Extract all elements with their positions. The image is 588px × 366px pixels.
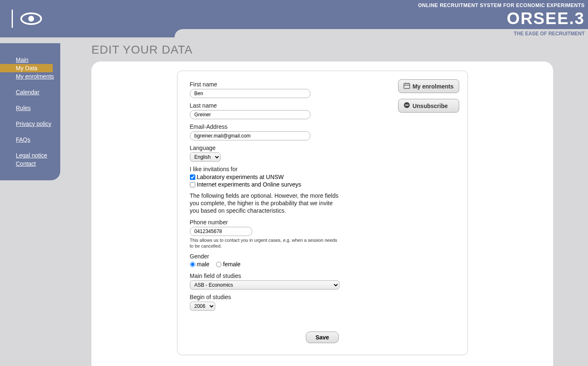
sidebar-item-calendar[interactable]: Calendar	[0, 88, 60, 96]
topbar: ONLINE RECRUITMENT SYSTEM FOR ECONOMIC E…	[0, 0, 588, 37]
sidebar-item-label[interactable]: Rules	[16, 105, 31, 111]
sidebar-item-privacy-policy[interactable]: Privacy policy	[0, 120, 60, 128]
sidebar-item-label[interactable]: Calendar	[16, 89, 39, 96]
eye-icon	[20, 12, 42, 25]
header-tagline: THE EASE OF RECRUITMENT	[514, 31, 585, 37]
sidebar-item-label[interactable]: Legal notice	[16, 152, 47, 159]
logo-divider	[12, 10, 13, 28]
phone-label: Phone number	[190, 219, 455, 226]
firstname-input[interactable]	[190, 89, 310, 98]
gender-male-radio[interactable]	[190, 262, 195, 267]
email-input[interactable]	[190, 131, 310, 140]
invitation-lab-label: Laboratory experiments at UNSW	[197, 174, 284, 180]
sidebar-item-label[interactable]: Contact	[16, 160, 36, 167]
minus-circle-icon	[403, 102, 410, 110]
sidebar: MainMy DataMy enrolmentsCalendarRulesPri…	[0, 43, 60, 180]
sidebar-item-label[interactable]: My Data	[16, 65, 37, 71]
sidebar-item-label[interactable]: FAQs	[16, 136, 30, 143]
optional-note: The following fields are optional. Howev…	[190, 192, 340, 215]
phone-input[interactable]	[190, 227, 252, 236]
unsubscribe-label: Unsubscribe	[413, 103, 448, 109]
sidebar-item-faqs[interactable]: FAQs	[0, 135, 60, 144]
header-title: ORSEE.3	[418, 10, 585, 27]
page-title: EDIT YOUR DATA	[91, 43, 588, 56]
field-select[interactable]: ASB - Economics	[190, 280, 340, 290]
invitation-internet-checkbox[interactable]	[190, 182, 195, 187]
unsubscribe-button[interactable]: Unsubscribe	[398, 99, 459, 113]
gender-label: Gender	[190, 253, 455, 260]
language-select[interactable]: English	[190, 152, 221, 162]
gender-female-label: female	[223, 261, 241, 268]
language-label: Language	[190, 145, 455, 151]
form-box: My enrolments Unsubscribe First name Las…	[177, 71, 468, 355]
svg-rect-7	[405, 105, 408, 106]
sidebar-item-main[interactable]: Main	[0, 56, 60, 64]
sidebar-item-label[interactable]: Privacy policy	[16, 120, 52, 127]
sidebar-item-contact[interactable]: Contact	[0, 160, 60, 168]
gender-male-label: male	[197, 261, 209, 268]
sidebar-item-my-data[interactable]: My Data	[0, 64, 53, 72]
sidebar-item-legal-notice[interactable]: Legal notice	[0, 151, 60, 160]
sidebar-item-rules[interactable]: Rules	[0, 104, 60, 112]
invitations-label: I like invitations for	[190, 166, 455, 172]
gender-female-radio[interactable]	[216, 262, 221, 267]
lastname-input[interactable]	[190, 110, 310, 119]
sidebar-item-label[interactable]: My enrolments	[16, 73, 54, 80]
begin-select[interactable]: 2006	[190, 302, 215, 311]
svg-point-1	[28, 16, 34, 22]
my-enrolments-label: My enrolments	[413, 83, 454, 90]
sidebar-item-my-enrolments[interactable]: My enrolments	[0, 72, 60, 81]
begin-label: Begin of studies	[190, 294, 455, 300]
invitation-internet-label: Internet experiments and Online surveys	[197, 181, 301, 188]
my-enrolments-button[interactable]: My enrolments	[398, 79, 459, 93]
logo-area	[0, 0, 175, 37]
invitation-lab-checkbox[interactable]	[190, 174, 195, 180]
calendar-icon	[403, 82, 410, 90]
email-label: Email-Address	[190, 123, 455, 130]
header-subtitle: ONLINE RECRUITMENT SYSTEM FOR ECONOMIC E…	[418, 2, 585, 8]
phone-note: This allows us to contact you in urgent …	[190, 237, 340, 249]
save-button[interactable]: Save	[306, 332, 339, 343]
field-label: Main field of studies	[190, 273, 455, 279]
sidebar-item-label[interactable]: Main	[16, 56, 28, 63]
content-card: My enrolments Unsubscribe First name Las…	[91, 61, 553, 366]
svg-rect-2	[404, 84, 410, 88]
